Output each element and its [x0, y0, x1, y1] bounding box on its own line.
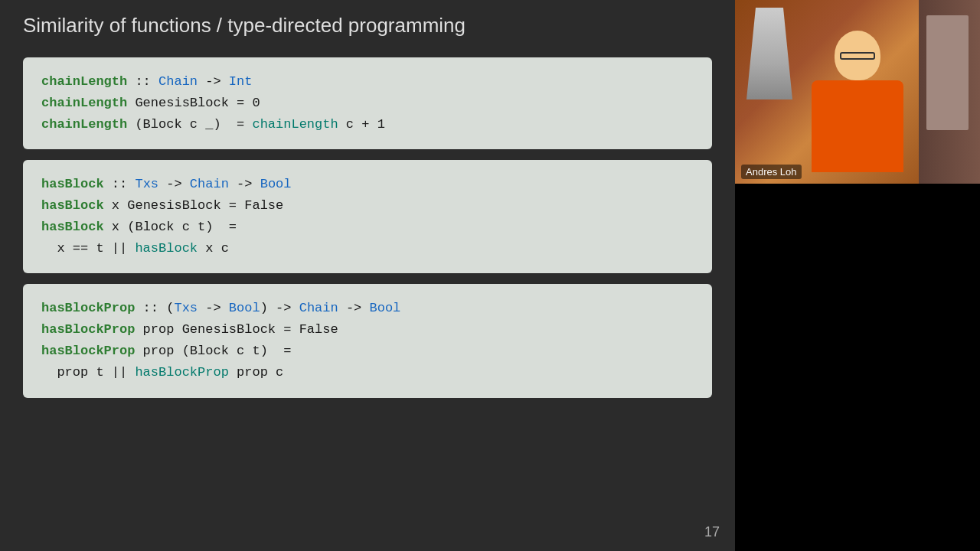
webcam-area: Andres Loh [735, 0, 980, 551]
person-body [812, 80, 903, 172]
slide-area: Similarity of functions / type-directed … [0, 0, 735, 551]
code-line: hasBlock x (Block c t) = [41, 217, 694, 238]
keyword: hasBlockProp [41, 322, 135, 337]
code-line: chainLength :: Chain -> Int [41, 71, 694, 93]
webcam-feed: Andres Loh [735, 0, 980, 184]
keyword: hasBlock [41, 177, 104, 191]
keyword: hasBlock [41, 198, 104, 213]
code-line: x == t || hasBlock x c [41, 238, 694, 259]
code-line: chainLength GenesisBlock = 0 [41, 93, 694, 114]
keyword: hasBlock [41, 220, 104, 234]
webcam-label: Andres Loh [741, 165, 802, 179]
keyword: chainLength [41, 96, 127, 110]
code-block-3: hasBlockProp :: (Txs -> Bool) -> Chain -… [23, 284, 712, 397]
person-glasses [840, 52, 875, 60]
code-block-2: hasBlock :: Txs -> Chain -> Bool hasBloc… [23, 160, 712, 273]
code-line: chainLength (Block c _) = chainLength c … [41, 114, 694, 135]
keyword: chainLength [41, 74, 127, 89]
slide-title: Similarity of functions / type-directed … [0, 0, 735, 50]
keyword: hasBlockProp [41, 344, 135, 358]
page-number: 17 [704, 524, 720, 540]
presenter-silhouette [789, 31, 926, 184]
code-block-1: chainLength :: Chain -> Int chainLength … [23, 57, 712, 149]
slide-content: chainLength :: Chain -> Int chainLength … [0, 50, 735, 551]
keyword: chainLength [41, 117, 127, 132]
person-head [835, 31, 880, 80]
code-line: hasBlockProp prop (Block c t) = [41, 341, 694, 362]
code-line: prop t || hasBlockProp prop c [41, 362, 694, 383]
code-line: hasBlock x GenesisBlock = False [41, 195, 694, 217]
code-line: hasBlockProp :: (Txs -> Bool) -> Chain -… [41, 298, 694, 319]
door [926, 15, 969, 130]
code-line: hasBlock :: Txs -> Chain -> Bool [41, 174, 694, 195]
code-line: hasBlockProp prop GenesisBlock = False [41, 319, 694, 341]
keyword: hasBlockProp [41, 301, 135, 315]
